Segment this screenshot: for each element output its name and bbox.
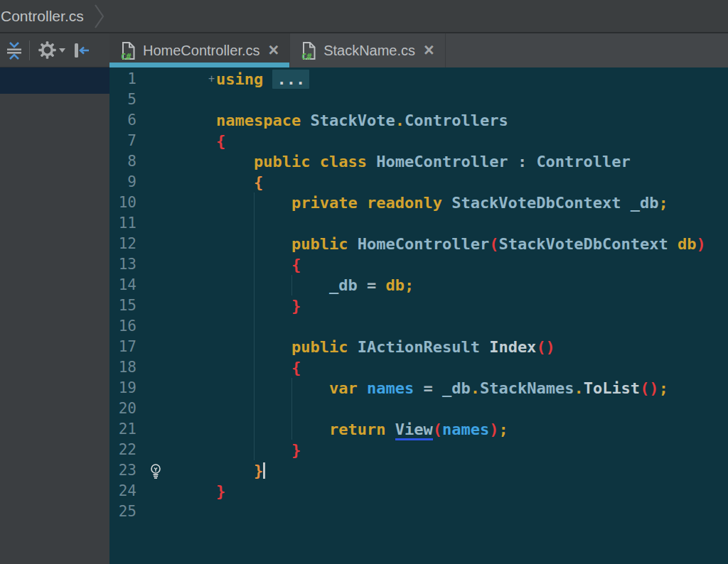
code-line[interactable]: 16 [109, 316, 728, 337]
close-tab-icon[interactable]: × [269, 41, 279, 59]
fold-expand-icon[interactable]: + [208, 69, 215, 90]
line-number[interactable]: 21 [109, 419, 136, 440]
code-text: } [216, 460, 265, 481]
code-line[interactable]: 11 [109, 213, 728, 234]
line-number[interactable]: 13 [109, 254, 136, 275]
panel-selected-row[interactable] [0, 67, 109, 94]
line-number[interactable]: 11 [109, 213, 136, 234]
line-number[interactable]: 7 [109, 131, 136, 151]
line-number[interactable]: 8 [109, 151, 136, 172]
collapse-all-icon[interactable] [5, 40, 23, 60]
line-number[interactable]: 17 [109, 337, 136, 357]
gutter-icon-cell: + [136, 69, 216, 90]
code-line[interactable]: 7{ [109, 131, 728, 151]
code-editor[interactable]: 1+using ...56namespace StackVote.Control… [109, 67, 728, 564]
code-line[interactable]: 20 [109, 398, 728, 419]
gutter-icon-cell [136, 316, 216, 337]
code-text: using ... [216, 69, 309, 90]
breadcrumb-bar: Controller.cs [0, 0, 728, 33]
code-text: public class HomeController : Controller [216, 151, 631, 172]
code-line[interactable]: 24} [109, 481, 728, 501]
code-line[interactable]: 17 public IActionResult Index() [109, 337, 728, 357]
hide-panel-icon[interactable] [71, 41, 91, 60]
line-number[interactable]: 12 [109, 234, 136, 254]
code-line[interactable]: 18 { [109, 357, 728, 378]
tab-stackname[interactable]: C# StackName.cs × [290, 33, 446, 67]
code-line[interactable]: 6namespace StackVote.Controllers [109, 110, 728, 131]
line-number[interactable]: 18 [109, 357, 136, 378]
line-number[interactable]: 24 [109, 481, 136, 501]
dropdown-arrow-icon [59, 48, 65, 53]
gutter-icon-cell [136, 110, 216, 131]
gutter-icon-cell [136, 172, 216, 192]
code-line[interactable]: 13 { [109, 254, 728, 275]
code-line[interactable]: 23 } [109, 460, 728, 481]
line-number[interactable]: 14 [109, 275, 136, 295]
gutter-icon-cell [136, 398, 216, 419]
code-line[interactable]: 15 } [109, 295, 728, 316]
gutter-icon-cell [136, 192, 216, 213]
csharp-file-icon: C# [120, 41, 136, 60]
gutter-icon-cell [136, 275, 216, 295]
code-text: public IActionResult Index() [216, 337, 555, 357]
code-text: private readonly StackVoteDbContext _db; [216, 192, 668, 213]
code-text: } [216, 481, 225, 501]
code-rows: 1+using ...56namespace StackVote.Control… [109, 69, 728, 522]
code-text: } [216, 440, 301, 460]
line-number[interactable]: 9 [109, 172, 136, 192]
line-number[interactable]: 22 [109, 440, 136, 460]
gutter-icon-cell [136, 460, 216, 481]
line-number[interactable]: 20 [109, 398, 136, 419]
code-line[interactable]: 12 public HomeController(StackVoteDbCont… [109, 234, 728, 254]
code-line[interactable]: 8 public class HomeController : Controll… [109, 151, 728, 172]
line-number[interactable]: 15 [109, 295, 136, 316]
code-line[interactable]: 22 } [109, 440, 728, 460]
code-text: { [216, 131, 225, 151]
code-line[interactable]: 1+using ... [109, 69, 728, 90]
line-number[interactable]: 16 [109, 316, 136, 337]
chevron-right-icon [94, 4, 105, 28]
line-number[interactable]: 5 [109, 90, 136, 110]
code-line[interactable]: 10 private readonly StackVoteDbContext _… [109, 192, 728, 213]
code-line[interactable]: 14 _db = db; [109, 275, 728, 295]
code-text: return View(names); [216, 419, 508, 440]
editor-tab-bar: C# HomeController.cs × C# StackName.cs × [109, 33, 728, 67]
close-tab-icon[interactable]: × [424, 41, 434, 59]
line-number[interactable]: 1 [109, 69, 136, 90]
gutter-icon-cell [136, 378, 216, 398]
line-number[interactable]: 25 [109, 501, 136, 522]
tab-homecontroller[interactable]: C# HomeController.cs × [109, 33, 290, 67]
code-line[interactable]: 5 [109, 90, 728, 110]
indent-guide [291, 275, 292, 295]
panel-toolbar [0, 33, 109, 67]
gutter-icon-cell [136, 481, 216, 501]
code-line[interactable]: 19 var names = _db.StackNames.ToList(); [109, 378, 728, 398]
gutter-icon-cell [136, 357, 216, 378]
breadcrumb[interactable]: Controller.cs [1, 8, 84, 25]
toolbar-separator [29, 40, 30, 60]
line-number[interactable]: 23 [109, 460, 136, 481]
code-text: namespace StackVote.Controllers [216, 110, 508, 131]
code-text: } [216, 295, 301, 316]
code-text: public HomeController(StackVoteDbContext… [216, 234, 706, 254]
gutter-icon-cell [136, 213, 216, 234]
code-line[interactable]: 25 [109, 501, 728, 522]
tool-window-panel [0, 67, 109, 564]
tab-label: StackName.cs [323, 43, 415, 59]
line-number[interactable]: 10 [109, 192, 136, 213]
line-number[interactable]: 6 [109, 110, 136, 131]
code-line[interactable]: 21 return View(names); [109, 419, 728, 440]
main-area: 1+using ...56namespace StackVote.Control… [0, 67, 728, 564]
code-text: var names = _db.StackNames.ToList(); [216, 378, 668, 398]
settings-gear-icon[interactable] [38, 40, 65, 60]
gutter-icon-cell [136, 131, 216, 151]
text-cursor [263, 462, 265, 479]
gutter-icon-cell [136, 234, 216, 254]
gutter-icon-cell [136, 90, 216, 110]
csharp-file-icon: C# [301, 41, 317, 60]
code-line[interactable]: 9 { [109, 172, 728, 192]
line-number[interactable]: 19 [109, 378, 136, 398]
gutter-icon-cell [136, 151, 216, 172]
indent-guide [291, 378, 292, 440]
code-text: _db = db; [216, 275, 414, 295]
